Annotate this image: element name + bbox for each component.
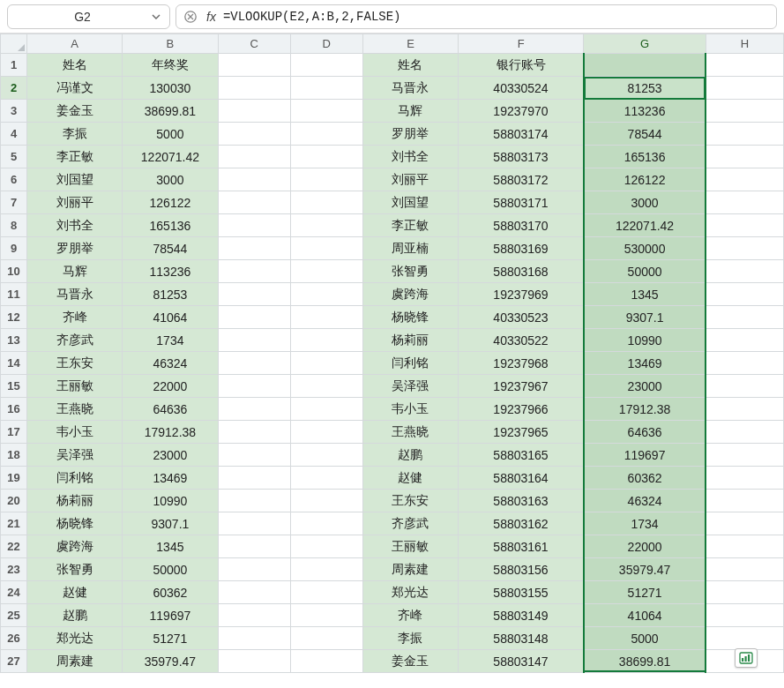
- cell-A19[interactable]: 闫利铭: [27, 467, 123, 490]
- cell-B22[interactable]: 1345: [123, 535, 218, 558]
- row-header-7[interactable]: 7: [1, 191, 27, 214]
- cell-C5[interactable]: [218, 146, 290, 168]
- cell-G14[interactable]: 13469: [584, 352, 706, 375]
- col-header-G[interactable]: G: [584, 34, 706, 54]
- cell-A9[interactable]: 罗朋举: [27, 237, 123, 260]
- cell-G19[interactable]: 60362: [584, 467, 706, 490]
- cell-G15[interactable]: 23000: [584, 375, 706, 398]
- cell-C27[interactable]: [218, 650, 290, 673]
- cell-G8[interactable]: 122071.42: [584, 214, 706, 237]
- cell-D22[interactable]: [290, 535, 362, 558]
- cell-C18[interactable]: [218, 444, 290, 467]
- cell-A8[interactable]: 刘书全: [27, 214, 123, 237]
- cell-D9[interactable]: [290, 237, 362, 260]
- cell-E10[interactable]: 张智勇: [362, 260, 458, 283]
- formula-input[interactable]: [223, 10, 771, 24]
- cell-F26[interactable]: 58803148: [459, 627, 584, 650]
- cell-A16[interactable]: 王燕晓: [27, 398, 123, 421]
- select-all-corner[interactable]: [1, 34, 27, 54]
- cell-E19[interactable]: 赵健: [362, 467, 458, 490]
- cell-C15[interactable]: [218, 375, 290, 398]
- cell-A7[interactable]: 刘丽平: [27, 191, 123, 214]
- cell-E18[interactable]: 赵鹏: [362, 444, 458, 467]
- cell-H10[interactable]: [706, 260, 783, 283]
- cell-A10[interactable]: 马辉: [27, 260, 123, 283]
- cell-F22[interactable]: 58803161: [459, 535, 584, 558]
- cell-B8[interactable]: 165136: [123, 214, 218, 237]
- cell-A13[interactable]: 齐彦武: [27, 329, 123, 352]
- cell-A6[interactable]: 刘国望: [27, 168, 123, 191]
- cell-F20[interactable]: 58803163: [459, 490, 584, 512]
- row-header-5[interactable]: 5: [1, 146, 27, 168]
- cell-E27[interactable]: 姜金玉: [362, 650, 458, 673]
- row-header-21[interactable]: 21: [1, 512, 27, 535]
- cell-C9[interactable]: [218, 237, 290, 260]
- cell-B21[interactable]: 9307.1: [123, 512, 218, 535]
- cell-H25[interactable]: [706, 604, 783, 627]
- col-header-D[interactable]: D: [290, 34, 362, 54]
- cell-C13[interactable]: [218, 329, 290, 352]
- cell-A14[interactable]: 王东安: [27, 352, 123, 375]
- cell-D18[interactable]: [290, 444, 362, 467]
- cell-D24[interactable]: [290, 581, 362, 604]
- cell-F4[interactable]: 58803174: [459, 123, 584, 146]
- cell-E8[interactable]: 李正敏: [362, 214, 458, 237]
- cell-E7[interactable]: 刘国望: [362, 191, 458, 214]
- cell-D3[interactable]: [290, 100, 362, 123]
- col-header-H[interactable]: H: [706, 34, 783, 54]
- cell-B24[interactable]: 60362: [123, 581, 218, 604]
- cell-H1[interactable]: [706, 54, 783, 77]
- cell-B18[interactable]: 23000: [123, 444, 218, 467]
- cell-F6[interactable]: 58803172: [459, 168, 584, 191]
- cell-F24[interactable]: 58803155: [459, 581, 584, 604]
- cell-B17[interactable]: 17912.38: [123, 421, 218, 444]
- cell-C17[interactable]: [218, 421, 290, 444]
- cell-A26[interactable]: 郑光达: [27, 627, 123, 650]
- cell-B16[interactable]: 64636: [123, 398, 218, 421]
- cell-H2[interactable]: [706, 77, 783, 100]
- cell-C19[interactable]: [218, 467, 290, 490]
- cell-D2[interactable]: [290, 77, 362, 100]
- cell-F5[interactable]: 58803173: [459, 146, 584, 168]
- cell-C25[interactable]: [218, 604, 290, 627]
- cell-C12[interactable]: [218, 306, 290, 329]
- cell-H11[interactable]: [706, 283, 783, 306]
- cell-B7[interactable]: 126122: [123, 191, 218, 214]
- col-header-B[interactable]: B: [123, 34, 218, 54]
- cell-G20[interactable]: 46324: [584, 490, 706, 512]
- cell-D23[interactable]: [290, 558, 362, 581]
- row-header-16[interactable]: 16: [1, 398, 27, 421]
- cell-B3[interactable]: 38699.81: [123, 100, 218, 123]
- cell-A1[interactable]: 姓名: [27, 54, 123, 77]
- cell-H26[interactable]: [706, 627, 783, 650]
- cell-A3[interactable]: 姜金玉: [27, 100, 123, 123]
- cell-A25[interactable]: 赵鹏: [27, 604, 123, 627]
- cell-G3[interactable]: 113236: [584, 100, 706, 123]
- cell-A11[interactable]: 马晋永: [27, 283, 123, 306]
- cell-F9[interactable]: 58803169: [459, 237, 584, 260]
- cell-C24[interactable]: [218, 581, 290, 604]
- cell-H18[interactable]: [706, 444, 783, 467]
- cell-G25[interactable]: 41064: [584, 604, 706, 627]
- cell-H22[interactable]: [706, 535, 783, 558]
- cell-G7[interactable]: 3000: [584, 191, 706, 214]
- cell-G22[interactable]: 22000: [584, 535, 706, 558]
- row-header-8[interactable]: 8: [1, 214, 27, 237]
- cell-G6[interactable]: 126122: [584, 168, 706, 191]
- row-header-20[interactable]: 20: [1, 490, 27, 512]
- cell-C7[interactable]: [218, 191, 290, 214]
- cell-F16[interactable]: 19237966: [459, 398, 584, 421]
- cell-E9[interactable]: 周亚楠: [362, 237, 458, 260]
- cell-E12[interactable]: 杨晓锋: [362, 306, 458, 329]
- cell-C10[interactable]: [218, 260, 290, 283]
- cell-H23[interactable]: [706, 558, 783, 581]
- cell-B4[interactable]: 5000: [123, 123, 218, 146]
- cell-E23[interactable]: 周素建: [362, 558, 458, 581]
- cell-D15[interactable]: [290, 375, 362, 398]
- row-header-15[interactable]: 15: [1, 375, 27, 398]
- row-header-22[interactable]: 22: [1, 535, 27, 558]
- cell-E16[interactable]: 韦小玉: [362, 398, 458, 421]
- cell-A23[interactable]: 张智勇: [27, 558, 123, 581]
- cell-E13[interactable]: 杨莉丽: [362, 329, 458, 352]
- cell-G4[interactable]: 78544: [584, 123, 706, 146]
